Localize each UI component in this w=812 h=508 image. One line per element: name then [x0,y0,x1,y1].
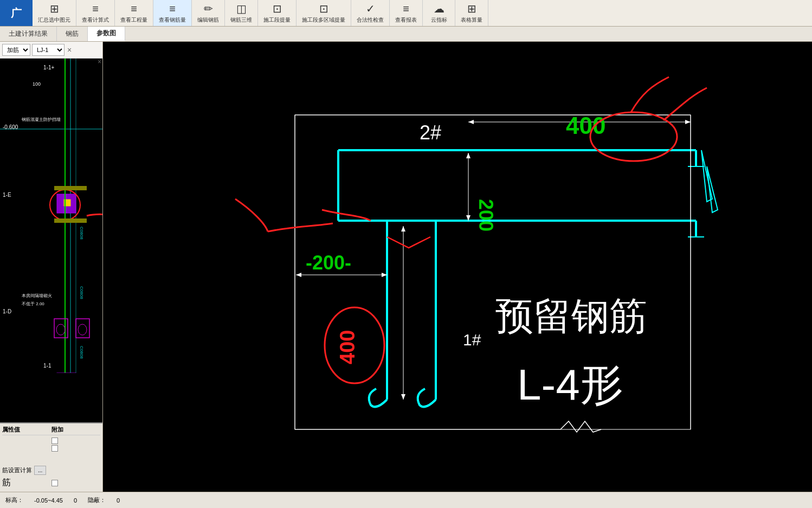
rebar-3d-icon: ◫ [236,2,247,15]
edit-rebar-icon: ✏ [204,2,213,15]
toolbar-item-view-report[interactable]: ≡查看报表 [390,0,423,26]
svg-text:-200-: -200- [306,252,351,274]
svg-text:1#: 1# [463,331,481,349]
main-content: 加筋 LJ-1 × [0,42,812,492]
svg-rect-14 [54,218,87,223]
elevation-label: 标高： [5,496,23,504]
svg-text:-0.600: -0.600 [3,124,18,130]
view-project-label: 查看工程量 [120,16,147,24]
view-rebar-icon: ≡ [169,3,176,15]
rebar-3d-label: 钢筋三维 [230,16,252,24]
svg-text:C0808: C0808 [79,286,84,299]
toolbar-item-view-project[interactable]: ≡查看工程量 [115,0,153,26]
props-checkbox-2[interactable] [51,445,58,452]
props-row-1 [2,438,100,444]
rebar-row: 筋 [2,477,100,488]
stage-lift-icon: ⊡ [273,2,282,15]
props-col-value: 属性值 [2,426,51,434]
legality-label: 合法性检查 [357,16,384,24]
cad-minimap: -0.600 1-E 1-D 1-1+ 1-1 钢筋混凝土防护挡墙 本房间隔墙砌… [0,59,102,422]
svg-text:400: 400 [336,330,359,364]
rebar-id-dropdown[interactable]: LJ-1 [32,44,65,56]
tab-param[interactable]: 参数图 [88,27,125,41]
toolbar-item-edit-rebar[interactable]: ✏编辑钢筋 [192,0,225,26]
toolbar-item-stage-multi[interactable]: ⊡施工段多区域提量 [297,0,351,26]
svg-text:2#: 2# [420,121,441,144]
elevation-num: 0 [74,497,77,504]
props-col-extra: 附加 [51,426,101,434]
status-bar: 标高： -0.05~4.45 0 隐蔽： 0 [0,492,812,508]
close-button[interactable]: × [66,44,73,55]
summarize-label: 汇总选中图元 [38,16,70,24]
svg-text:200: 200 [475,199,497,232]
toolbar-item-view-rebar[interactable]: ≡查看钢筋量 [153,0,192,26]
rebar-label: 筋 [2,477,11,488]
props-checkbox-1[interactable] [51,438,58,444]
table-calc-label: 表格算量 [461,16,482,24]
toolbar-item-summarize[interactable]: ⊞汇总选中图元 [33,0,76,26]
param-diagram-svg: 2# 400 200 -200- 1# 预留钢筋 L-4形 [103,42,812,492]
toolbar-item-cloud-index[interactable]: ☁云指标 [423,0,455,26]
tab-bar: 土建计算结果钢筋参数图 [0,27,812,42]
properties-panel: 属性值 附加 筋设置计算 ... 筋 [0,422,102,492]
stage-multi-icon: ⊡ [319,2,328,15]
cloud-index-label: 云指标 [431,16,447,24]
svg-text:1-E: 1-E [3,192,11,198]
view-project-icon: ≡ [131,3,137,15]
svg-text:预留钢筋: 预留钢筋 [495,295,647,337]
svg-text:钢筋混凝土防护挡墙: 钢筋混凝土防护挡墙 [21,117,61,122]
svg-text:C0808: C0808 [79,346,84,359]
stage-multi-label: 施工段多区域提量 [302,16,345,24]
table-calc-icon: ⊞ [467,2,476,15]
view-report-label: 查看报表 [395,16,417,24]
hidden-label: 隐蔽： [88,496,106,504]
view-report-icon: ≡ [403,3,409,15]
rebar-type-dropdown[interactable]: 加筋 [2,44,30,56]
toolbar-item-legality[interactable]: ✓合法性检查 [351,0,390,26]
svg-rect-13 [54,186,87,190]
svg-text:1-D: 1-D [3,308,11,314]
svg-text:L-4形: L-4形 [517,361,623,409]
legality-icon: ✓ [366,2,375,15]
svg-text:100: 100 [33,81,41,87]
svg-rect-28 [159,42,756,492]
tab-civil[interactable]: 土建计算结果 [0,27,57,41]
toolbar-item-stage-lift[interactable]: ⊡施工段提量 [258,0,297,26]
left-top-controls: 加筋 LJ-1 × [0,42,102,59]
edit-rebar-label: 编辑钢筋 [197,16,219,24]
left-panel: 加筋 LJ-1 × [0,42,103,492]
toolbar-item-view-calc[interactable]: ≡查看计算式 [76,0,115,26]
toolbar-item-table-calc[interactable]: ⊞表格算量 [455,0,488,26]
stage-lift-label: 施工段提量 [263,16,291,24]
hidden-num: 0 [117,497,120,504]
svg-text:C0808: C0808 [79,227,84,240]
calc-row: 筋设置计算 ... [2,466,100,475]
calc-btn[interactable]: ... [34,466,46,475]
elevation-value: -0.05~4.45 [34,497,63,504]
svg-text:不低于 2.00: 不低于 2.00 [22,301,44,306]
tab-rebar[interactable]: 钢筋 [57,27,88,41]
panel-close-x[interactable]: × [98,58,101,66]
view-calc-icon: ≡ [92,3,99,15]
view-rebar-label: 查看钢筋量 [159,16,186,24]
svg-text:1-1+: 1-1+ [43,65,54,70]
main-toolbar: 广 ⊞汇总选中图元≡查看计算式≡查看工程量≡查看钢筋量✏编辑钢筋◫钢筋三维⊡施工… [0,0,812,27]
svg-text:400: 400 [566,112,605,139]
cloud-index-icon: ☁ [434,2,444,15]
svg-text:1-1: 1-1 [43,363,51,369]
svg-text:本房间隔墙砌火: 本房间隔墙砌火 [22,293,52,298]
calc-label: 筋设置计算 [2,466,32,474]
summarize-icon: ⊞ [50,2,59,15]
props-row-2 [2,445,100,452]
app-brand: 广 [0,0,33,26]
param-diagram-area: 2# 400 200 -200- 1# 预留钢筋 L-4形 [103,42,812,492]
toolbar-item-rebar-3d[interactable]: ◫钢筋三维 [225,0,258,26]
rebar-checkbox[interactable] [51,480,58,486]
cad-drawing-svg: -0.600 1-E 1-D 1-1+ 1-1 钢筋混凝土防护挡墙 本房间隔墙砌… [0,59,102,373]
props-header: 属性值 附加 [2,426,100,435]
view-calc-label: 查看计算式 [82,16,109,24]
